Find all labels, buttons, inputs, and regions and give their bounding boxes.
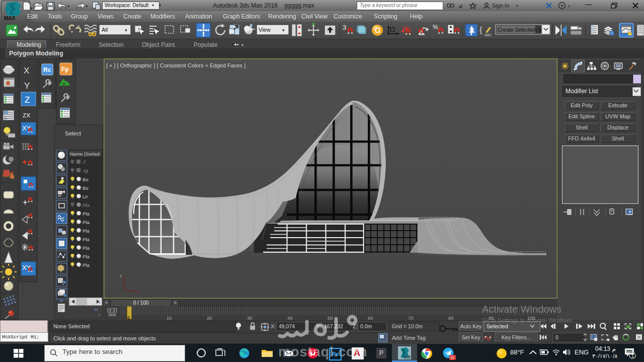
svg-text:Z: Z — [25, 95, 30, 105]
svg-text:+: + — [604, 322, 606, 326]
svg-text:88: 88 — [58, 194, 61, 197]
svg-text:Lir: Lir — [83, 194, 88, 199]
svg-text:Pla: Pla — [83, 245, 90, 251]
svg-text:Pla: Pla — [83, 237, 90, 242]
svg-text:Create Selection Se: Create Selection Se — [498, 27, 545, 33]
svg-text:▾: ▾ — [125, 28, 127, 33]
svg-text:Bo: Bo — [83, 177, 89, 182]
svg-text:Fp: Fp — [61, 66, 69, 73]
svg-text:Y: Y — [24, 81, 30, 91]
svg-text:▾: ▾ — [516, 4, 518, 8]
svg-text:zx: zx — [23, 110, 31, 119]
svg-text:≫: ≫ — [94, 307, 98, 312]
svg-text:1: 1 — [631, 353, 634, 358]
svg-text:Name (Sorted: Name (Sorted — [70, 151, 100, 157]
svg-text:Pla: Pla — [83, 228, 90, 234]
svg-text:▾: ▾ — [67, 4, 69, 9]
svg-text:z: z — [120, 273, 122, 278]
svg-text:Pla: Pla — [83, 220, 90, 225]
svg-text:xg: xg — [83, 168, 89, 173]
svg-text:Bo: Bo — [83, 185, 89, 191]
svg-text:{: { — [479, 26, 482, 34]
svg-text:Rc: Rc — [43, 66, 51, 74]
svg-text:1↓: 1↓ — [4, 116, 8, 120]
svg-text:Pla: Pla — [83, 254, 90, 259]
svg-text:▾: ▾ — [282, 28, 285, 33]
svg-text:Sign In: Sign In — [492, 3, 509, 9]
svg-text:▾: ▾ — [242, 43, 244, 47]
svg-text:%: % — [433, 24, 438, 31]
svg-text:ABC: ABC — [485, 33, 492, 37]
svg-text:≫: ≫ — [59, 298, 63, 303]
svg-text:X: X — [24, 66, 29, 76]
svg-text:2016: 2016 — [405, 356, 411, 359]
svg-text:?: ? — [560, 4, 564, 9]
svg-text:View: View — [259, 27, 271, 33]
svg-text:▾: ▾ — [568, 4, 570, 9]
svg-text:Pla: Pla — [83, 262, 90, 268]
svg-text:Pla: Pla — [83, 202, 90, 208]
svg-text:[ + ] [ Orthographic ] [ Consi: [ + ] [ Orthographic ] [ Consistent Colo… — [106, 62, 246, 68]
svg-text:Select: Select — [65, 130, 82, 136]
svg-text:37: 37 — [451, 356, 455, 359]
svg-text:3: 3 — [343, 24, 346, 31]
svg-text:Pla: Pla — [83, 211, 90, 216]
svg-text:All: All — [102, 27, 108, 33]
